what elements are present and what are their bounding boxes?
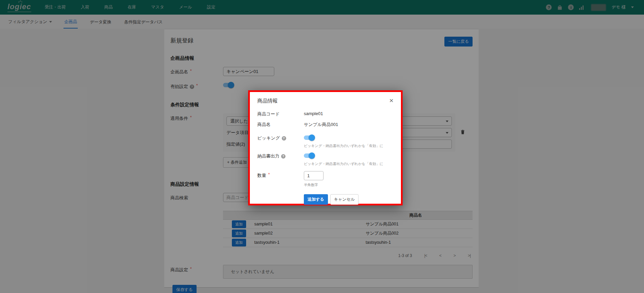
close-icon[interactable]: ×: [389, 98, 393, 103]
modal-code-row: 商品コード sample01: [257, 111, 393, 117]
app-root: logiec 受注・出荷 入荷 商品 在庫 マスタ メール 設定 ? i デモ …: [0, 0, 644, 293]
delivery-help-icon[interactable]: ?: [281, 154, 286, 159]
modal-name-value: サンプル商品001: [304, 122, 338, 128]
modal-add-button[interactable]: 追加する: [304, 194, 328, 205]
modal-name-row: 商品名 サンプル商品001: [257, 122, 393, 128]
qty-help-text: 半角数字: [304, 183, 324, 187]
modal-code-label: 商品コード: [257, 111, 304, 117]
delivery-help-text: ピッキング・納品書出力のいずれかを「有効」に: [304, 162, 383, 166]
modal-code-value: sample01: [304, 111, 323, 116]
modal-delivery-row: 納品書出力 ? ピッキング・納品書出力のいずれかを「有効」に: [257, 153, 393, 166]
modal-qty-row: 数量 * 半角数字: [257, 171, 393, 187]
modal-cancel-button[interactable]: キャンセル: [330, 194, 358, 205]
product-info-modal: 商品情報 × 商品コード sample01 商品名 サンプル商品001 ピッキン…: [248, 90, 403, 205]
modal-name-label: 商品名: [257, 122, 304, 128]
quantity-label: 数量: [257, 172, 266, 179]
picking-toggle[interactable]: [304, 135, 314, 140]
required-mark: *: [268, 172, 270, 177]
picking-help-text: ピッキング・納品書出力のいずれかを「有効」に: [304, 144, 383, 148]
delivery-note-label: 納品書出力: [257, 153, 279, 159]
delivery-note-toggle[interactable]: [304, 153, 314, 158]
modal-picking-row: ピッキング ? ピッキング・納品書出力のいずれかを「有効」に: [257, 135, 393, 148]
picking-help-icon[interactable]: ?: [282, 136, 286, 141]
picking-label: ピッキング: [257, 135, 280, 141]
modal-title: 商品情報: [257, 98, 278, 104]
quantity-input[interactable]: [304, 171, 324, 180]
